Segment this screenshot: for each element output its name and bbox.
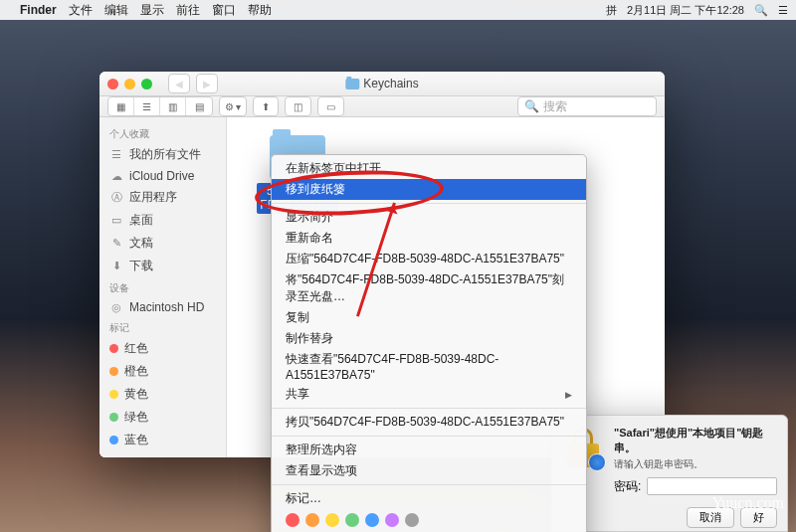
- title-text: Keychains: [363, 77, 418, 90]
- sidebar-icon: ☰: [109, 148, 123, 161]
- favorites-header: 个人收藏: [100, 123, 226, 143]
- sidebar-item[interactable]: ▭桌面: [100, 209, 226, 232]
- sidebar-label: 文稿: [129, 235, 153, 252]
- watermark: Yuucn.com: [712, 494, 784, 512]
- close-button[interactable]: [107, 79, 118, 89]
- menu-help[interactable]: 帮助: [248, 2, 272, 19]
- tag-color[interactable]: [385, 513, 399, 527]
- sidebar-item[interactable]: ✎文稿: [100, 232, 226, 255]
- tag-label: 绿色: [124, 409, 148, 426]
- tag-dot-icon: [109, 390, 118, 399]
- context-menu-item[interactable]: 快速查看"564D7C4F-FD8B-5039-48DC-A1551E37BA7…: [272, 349, 586, 384]
- sidebar-icon: ✎: [109, 237, 123, 250]
- tag-color[interactable]: [325, 513, 339, 527]
- disk-icon: ◎: [109, 301, 123, 314]
- traffic-lights: [107, 79, 152, 89]
- sidebar-label: 桌面: [129, 212, 153, 229]
- context-menu-item[interactable]: 压缩"564D7C4F-FD8B-5039-48DC-A1551E37BA75": [272, 249, 586, 269]
- column-view[interactable]: ▥: [160, 97, 186, 115]
- menubar: Finder 文件 编辑 显示 前往 窗口 帮助 拼 2月11日 周二 下午12…: [0, 0, 796, 20]
- sidebar-tag[interactable]: 橙色: [100, 360, 226, 383]
- menu-item-label: 整理所选内容: [286, 442, 357, 458]
- menu-separator: [272, 436, 586, 437]
- password-input[interactable]: [647, 477, 777, 495]
- sidebar-item[interactable]: ☰我的所有文件: [100, 143, 226, 166]
- tag-color[interactable]: [345, 513, 359, 527]
- tags-header: 标记: [100, 317, 226, 337]
- menu-go[interactable]: 前往: [176, 2, 200, 19]
- folder-icon: [345, 79, 359, 89]
- context-menu-item[interactable]: 共享▶: [272, 384, 586, 405]
- icon-view[interactable]: ▦: [108, 97, 134, 115]
- context-menu-item[interactable]: 将"564D7C4F-FD8B-5039-48DC-A1551E37BA75"刻…: [272, 269, 586, 307]
- devices-header: 设备: [100, 277, 226, 297]
- menu-edit[interactable]: 编辑: [104, 2, 128, 19]
- context-menu-item[interactable]: 拷贝"564D7C4F-FD8B-5039-48DC-A1551E37BA75": [272, 412, 586, 433]
- submenu-arrow-icon: ▶: [565, 390, 572, 400]
- sidebar-item[interactable]: ⬇下载: [100, 255, 226, 277]
- menu-item-label: 制作替身: [286, 330, 333, 347]
- titlebar: ◀ ▶ Keychains: [100, 72, 665, 96]
- search-input[interactable]: 🔍 搜索: [517, 96, 657, 116]
- menu-file[interactable]: 文件: [69, 2, 93, 19]
- toolbar: ▦ ☰ ▥ ▤ ⚙ ▾ ⬆ ◫ ▭ 🔍 搜索: [100, 96, 665, 117]
- sidebar-item[interactable]: ◎Macintosh HD: [100, 297, 226, 317]
- minimize-button[interactable]: [124, 79, 135, 89]
- tag-label: 蓝色: [124, 432, 148, 448]
- arrange-group[interactable]: ⚙ ▾: [219, 96, 247, 116]
- context-menu-item[interactable]: 复制: [272, 307, 586, 328]
- action-button[interactable]: ⬆: [253, 96, 279, 116]
- sidebar-tag[interactable]: 蓝色: [100, 429, 226, 451]
- search-placeholder: 搜索: [543, 98, 567, 115]
- sidebar-tag[interactable]: 红色: [100, 337, 226, 360]
- arrange-button[interactable]: ⚙ ▾: [220, 97, 246, 115]
- zoom-button[interactable]: [141, 79, 152, 89]
- tag-color[interactable]: [305, 513, 319, 527]
- back-button[interactable]: ◀: [168, 74, 190, 93]
- sidebar-icon: ⬇: [109, 260, 123, 272]
- context-menu-item[interactable]: 重新命名: [272, 228, 586, 249]
- list-view[interactable]: ☰: [134, 97, 160, 115]
- sidebar-label: 下载: [129, 258, 153, 274]
- context-menu-item[interactable]: 查看显示选项: [272, 460, 586, 481]
- tag-color[interactable]: [365, 513, 379, 527]
- menu-view[interactable]: 显示: [140, 2, 164, 19]
- sidebar-icon: ☁: [109, 170, 123, 183]
- app-name[interactable]: Finder: [20, 3, 57, 17]
- menu-icon[interactable]: ☰: [778, 4, 788, 17]
- tag-label: 黄色: [124, 386, 148, 403]
- menu-item-label: 查看显示选项: [286, 462, 357, 479]
- view-switcher[interactable]: ▦ ☰ ▥ ▤: [107, 96, 213, 116]
- context-menu-item[interactable]: 标记…: [272, 488, 586, 509]
- sidebar-icon: Ⓐ: [109, 190, 123, 205]
- menu-window[interactable]: 窗口: [212, 2, 236, 19]
- window-title: Keychains: [345, 77, 418, 90]
- tags-button[interactable]: ▭: [317, 96, 344, 116]
- forward-button[interactable]: ▶: [196, 74, 218, 93]
- tag-dot-icon: [109, 344, 118, 353]
- context-menu-item[interactable]: 制作替身: [272, 328, 586, 349]
- menu-item-label: 将"564D7C4F-FD8B-5039-48DC-A1551E37BA75"刻…: [286, 271, 572, 305]
- gallery-view[interactable]: ▤: [186, 97, 212, 115]
- tag-dot-icon: [109, 413, 118, 422]
- tag-dot-icon: [109, 367, 118, 376]
- menu-item-label: 拷贝"564D7C4F-FD8B-5039-48DC-A1551E37BA75": [286, 414, 564, 431]
- share-button[interactable]: ◫: [285, 96, 311, 116]
- keychain-subtitle: 请输入钥匙串密码。: [614, 457, 777, 471]
- tag-color[interactable]: [286, 513, 299, 527]
- datetime[interactable]: 2月11日 周二 下午12:28: [627, 3, 744, 18]
- tag-label: 红色: [124, 340, 148, 357]
- tag-picker: [272, 509, 586, 531]
- sidebar-item[interactable]: ☁iCloud Drive: [100, 166, 226, 186]
- tag-color[interactable]: [405, 513, 419, 527]
- spotlight-icon[interactable]: 🔍: [754, 4, 768, 17]
- input-method-icon[interactable]: 拼: [606, 3, 617, 18]
- sidebar-tag[interactable]: 绿色: [100, 406, 226, 429]
- sidebar-label: 应用程序: [129, 189, 177, 206]
- menu-item-label: 快速查看"564D7C4F-FD8B-5039-48DC-A1551E37BA7…: [286, 351, 572, 382]
- sidebar-item[interactable]: Ⓐ应用程序: [100, 186, 226, 209]
- context-menu-item[interactable]: 整理所选内容: [272, 440, 586, 460]
- menu-item-label: 复制: [286, 309, 309, 326]
- menu-item-label: 标记…: [286, 490, 321, 507]
- sidebar-tag[interactable]: 黄色: [100, 383, 226, 406]
